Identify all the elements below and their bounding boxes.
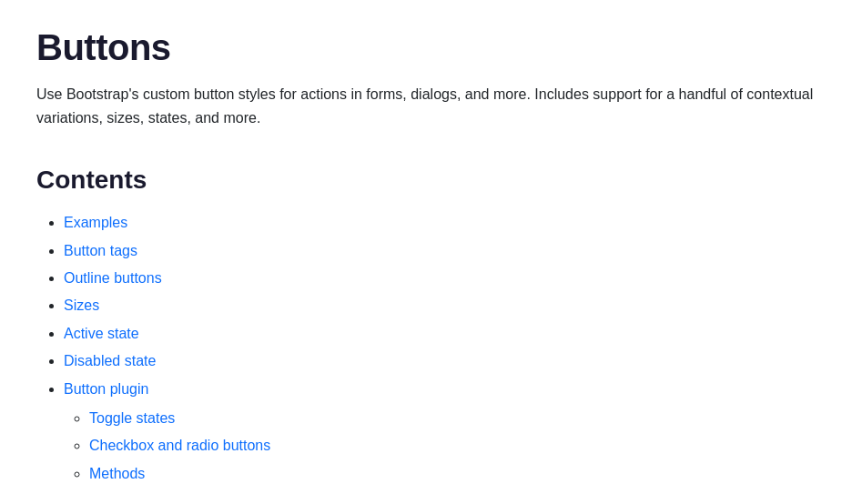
contents-link-button-tags[interactable]: Button tags [64,243,137,258]
sub-list-item: Toggle states [89,405,826,432]
sub-list-item: Checkbox and radio buttons [89,432,826,459]
list-item: Button plugin Toggle states Checkbox and… [64,376,826,489]
contents-link-checkbox-radio[interactable]: Checkbox and radio buttons [89,438,270,453]
contents-link-sizes[interactable]: Sizes [64,297,99,313]
contents-link-methods[interactable]: Methods [89,466,145,481]
list-item: Disabled state [64,348,826,375]
contents-link-examples[interactable]: Examples [64,215,127,230]
list-item: Button tags [64,237,826,265]
list-item: Active state [64,320,826,348]
contents-heading: Contents [36,166,826,195]
contents-link-disabled-state[interactable]: Disabled state [64,353,156,368]
contents-link-active-state[interactable]: Active state [64,326,139,341]
sub-list: Toggle states Checkbox and radio buttons… [64,405,826,488]
contents-link-toggle-states[interactable]: Toggle states [89,410,175,426]
page-description: Use Bootstrap's custom button styles for… [36,83,826,129]
sub-list-item: Methods [89,460,826,488]
list-item: Examples [64,209,826,237]
contents-link-outline-buttons[interactable]: Outline buttons [64,270,162,286]
page-title: Buttons [36,27,826,68]
contents-list: Examples Button tags Outline buttons Siz… [36,209,826,488]
list-item: Outline buttons [64,265,826,292]
list-item: Sizes [64,292,826,319]
contents-link-button-plugin[interactable]: Button plugin [64,381,148,397]
